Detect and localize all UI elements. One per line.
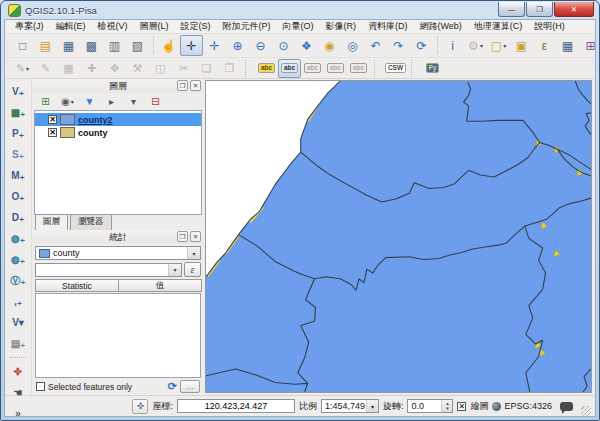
menu-database[interactable]: 資料庫(D) xyxy=(362,20,414,33)
menu-processing[interactable]: 地理運算(C) xyxy=(468,20,529,33)
menu-view[interactable]: 檢視(V) xyxy=(92,20,134,33)
cut-features-button[interactable]: ✂ xyxy=(172,59,195,78)
layer-item-county[interactable]: ✕county xyxy=(35,126,201,139)
layers-panel-titlebar[interactable]: 圖層 ❒ ✕ xyxy=(32,79,204,93)
more-options-button[interactable]: … xyxy=(180,380,200,393)
label-tool-2-button[interactable]: abc xyxy=(324,59,347,78)
add-vector-layer-button[interactable]: V₊ xyxy=(7,81,30,102)
crs-status-button[interactable]: EPSG:4326 xyxy=(492,401,552,411)
layer-labeling-options-button[interactable]: abc xyxy=(255,59,278,78)
zoom-full-button[interactable]: ❖ xyxy=(295,35,318,56)
add-mssql-layer-button[interactable]: M₊ xyxy=(7,165,30,186)
menu-layer[interactable]: 圖層(L) xyxy=(134,20,175,33)
selected-only-checkbox[interactable] xyxy=(36,382,45,391)
close-panel-button[interactable]: ✕ xyxy=(190,80,201,91)
layer-labeling-button[interactable]: abc xyxy=(278,59,301,78)
save-layer-edits-button[interactable]: ▦ xyxy=(57,59,80,78)
osm-place-search-button[interactable]: ☚ xyxy=(7,382,30,403)
add-group-button[interactable]: ⊞ xyxy=(35,93,56,111)
float-panel-button[interactable]: ❒ xyxy=(177,231,188,242)
layer-toolbar-overflow-button[interactable]: » xyxy=(7,403,30,421)
zoom-out-button[interactable]: ⊖ xyxy=(249,35,272,56)
pan-map-button[interactable]: ✛ xyxy=(180,35,203,56)
resize-grip[interactable] xyxy=(581,406,591,416)
save-project-button[interactable]: ▦ xyxy=(57,35,80,56)
menu-plugins[interactable]: 附加元件(P) xyxy=(217,20,277,33)
save-project-as-button[interactable]: ▩ xyxy=(80,35,103,56)
add-postgis-layer-button[interactable]: P₊ xyxy=(7,123,30,144)
zoom-last-button[interactable]: ↶ xyxy=(364,35,387,56)
add-wcs-layer-button[interactable]: ◍₊ xyxy=(7,249,30,270)
scale-combo[interactable]: 1:454,749 ▾ xyxy=(321,399,379,413)
close-panel-button[interactable]: ✕ xyxy=(190,231,201,242)
coordinate-capture-button[interactable]: ✜ xyxy=(7,361,30,382)
select-features-button[interactable]: ▢▾ xyxy=(487,35,510,56)
zoom-to-selection-button[interactable]: ◉ xyxy=(318,35,341,56)
filter-legend-button[interactable]: ▼ xyxy=(79,93,100,111)
column-header-value[interactable]: 值 xyxy=(118,279,202,292)
tab-layers[interactable]: 圖層 xyxy=(35,214,68,230)
close-button[interactable]: ✕ xyxy=(554,2,594,17)
refresh-map-button[interactable]: ⟳ xyxy=(410,35,433,56)
layer-checkbox[interactable]: ✕ xyxy=(48,115,57,124)
layer-visibility-button[interactable]: ◉▾ xyxy=(57,93,78,111)
menu-settings[interactable]: 設定(S) xyxy=(175,20,217,33)
new-project-button[interactable]: □ xyxy=(11,35,34,56)
add-feature-button[interactable]: ✚ xyxy=(80,59,103,78)
float-panel-button[interactable]: ❒ xyxy=(177,80,188,91)
zoom-native-button[interactable]: ⊙ xyxy=(272,35,295,56)
menu-vector[interactable]: 向量(O) xyxy=(277,20,320,33)
select-by-expression-button[interactable]: ε xyxy=(533,35,556,56)
render-checkbox[interactable]: ✕ xyxy=(457,402,466,411)
python-console-button[interactable]: Py xyxy=(421,59,444,78)
expression-builder-button[interactable]: ε xyxy=(184,262,201,277)
maximize-button[interactable]: ❐ xyxy=(526,2,553,17)
menu-help[interactable]: 說明(H) xyxy=(528,20,571,33)
add-spatialite-layer-button[interactable]: S₊ xyxy=(7,144,30,165)
label-tool-1-button[interactable]: abc xyxy=(301,59,324,78)
menu-project[interactable]: 專案(J) xyxy=(9,20,50,33)
metasearch-csw-button[interactable]: CSW xyxy=(384,59,407,78)
minimize-button[interactable]: — xyxy=(498,2,525,17)
add-raster-layer-button[interactable]: ▦₊ xyxy=(7,102,30,123)
remove-layer-button[interactable]: ⊟ xyxy=(145,93,166,111)
touch-zoom-button[interactable]: ☝ xyxy=(157,35,180,56)
column-header-statistic[interactable]: Statistic xyxy=(35,279,119,292)
zoom-in-button[interactable]: ⊕ xyxy=(226,35,249,56)
toggle-editing-button[interactable]: ✎ xyxy=(34,59,57,78)
add-wfs-layer-button[interactable]: Ⓥ₊ xyxy=(7,270,30,291)
messages-icon[interactable] xyxy=(560,402,573,411)
add-delimited-text-layer-button[interactable]: ,₊ xyxy=(7,291,30,312)
collapse-all-button[interactable]: ▾ xyxy=(123,93,144,111)
layer-select-combo[interactable]: county ▾ xyxy=(35,246,201,260)
composer-manager-button[interactable]: ▧ xyxy=(126,35,149,56)
layer-item-county2[interactable]: ✕county2 xyxy=(35,113,201,126)
tab-browser[interactable]: 瀏覽器 xyxy=(70,214,112,230)
node-tool-button[interactable]: ⚒ xyxy=(126,59,149,78)
expand-all-button[interactable]: ▸ xyxy=(101,93,122,111)
identify-features-button[interactable]: i xyxy=(441,35,464,56)
copy-features-button[interactable]: ❏ xyxy=(195,59,218,78)
new-print-composer-button[interactable]: ▥ xyxy=(103,35,126,56)
open-attribute-table-button[interactable]: ▦ xyxy=(556,35,579,56)
new-shapefile-layer-button[interactable]: V▾ xyxy=(7,312,30,333)
titlebar[interactable]: QGIS2.10.1-Pisa — ❐ ✕ xyxy=(4,1,596,19)
statistics-panel-titlebar[interactable]: 統計 ❒ ✕ xyxy=(32,230,204,244)
open-project-button[interactable]: ▤ xyxy=(34,35,57,56)
zoom-to-layer-button[interactable]: ◎ xyxy=(341,35,364,56)
zoom-next-button[interactable]: ↷ xyxy=(387,35,410,56)
spinner-arrows[interactable]: ▴ ▾ xyxy=(441,400,452,412)
statistics-table[interactable] xyxy=(35,293,201,378)
add-db2-layer-button[interactable]: D₊ xyxy=(7,207,30,228)
coordinate-toggle-button[interactable]: ✜ xyxy=(132,399,148,414)
rotation-spinner[interactable]: 0.0 ▴ ▾ xyxy=(407,399,453,413)
coordinate-input[interactable] xyxy=(177,399,295,413)
add-oracle-layer-button[interactable]: O₊ xyxy=(7,186,30,207)
layer-tree[interactable]: ✕county2✕county xyxy=(34,110,202,215)
add-wms-layer-button[interactable]: ◍₊ xyxy=(7,228,30,249)
menu-raster[interactable]: 影像(R) xyxy=(320,20,363,33)
map-canvas[interactable] xyxy=(205,80,592,393)
run-feature-action-button[interactable]: ⚙▾ xyxy=(464,35,487,56)
field-calculator-button[interactable]: ⊞ xyxy=(579,35,600,56)
layer-checkbox[interactable]: ✕ xyxy=(48,128,57,137)
